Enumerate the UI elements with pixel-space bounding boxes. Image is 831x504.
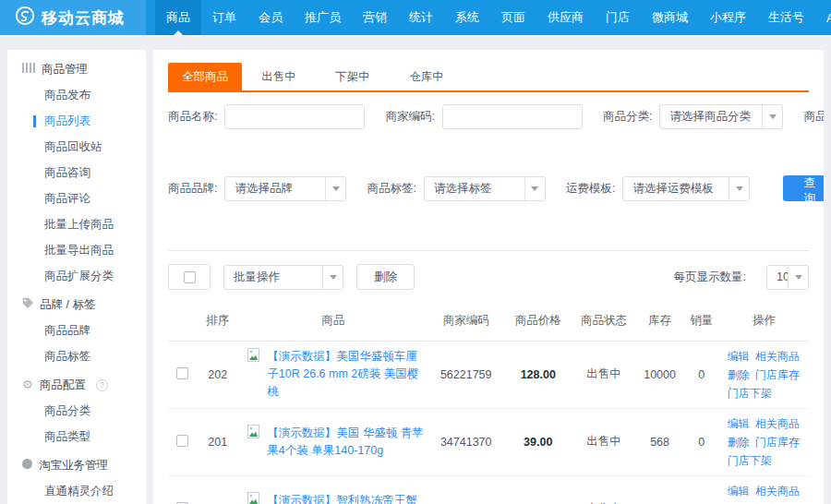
table-toolbar: 批量操作 删除 每页显示数量: 10	[168, 264, 809, 290]
sidebar-item-extended-category[interactable]: 商品扩展分类	[7, 263, 146, 289]
nav-item-goods[interactable]: 商品	[155, 0, 201, 35]
col-header-5: 商品状态	[572, 302, 635, 341]
filter-kind: 商品种类:请选择	[803, 104, 824, 129]
sidebar-item-bulk-export[interactable]: 批量导出商品	[7, 237, 146, 263]
sidebar-section-title: 商品管理	[42, 56, 88, 82]
action-link-1[interactable]: 编辑	[728, 347, 750, 366]
goods-name-link[interactable]: 【演示数据】美国华盛顿车厘子10R 26.6 mm 2磅装 美国樱桃	[267, 348, 426, 401]
sidebar-item-goods-list[interactable]: 商品列表	[7, 108, 146, 134]
brand-value: 请选择品牌	[225, 177, 325, 200]
action-link-3[interactable]: 删除	[728, 433, 750, 451]
nav-item-stores[interactable]: 门店	[595, 0, 641, 35]
sidebar-item-goods-recycle[interactable]: 商品回收站	[7, 134, 146, 160]
tab-all[interactable]: 全部商品	[168, 63, 242, 90]
top-navbar: 移动云商城 商品订单会员推广员营销统计系统页面供应商门店微商城小程序生活号App…	[0, 0, 831, 35]
nav-item-system[interactable]: 系统	[444, 0, 490, 35]
search-button[interactable]: 查询	[783, 175, 824, 201]
table-row: 202【演示数据】美国华盛顿车厘子10R 26.6 mm 2磅装 美国樱桃562…	[168, 341, 809, 408]
help-icon[interactable]: ?	[96, 379, 108, 391]
row-checkbox[interactable]	[176, 435, 188, 447]
broken-image-icon	[247, 425, 259, 441]
sort-value: 200	[197, 475, 238, 504]
nav-item-members[interactable]: 会员	[247, 0, 294, 35]
sidebar-item-goods-publish[interactable]: 商品发布	[7, 82, 146, 108]
nav-item-app[interactable]: App	[815, 0, 831, 35]
filter-tag: 商品标签:请选择标签	[367, 176, 545, 201]
col-header-2: 商品	[238, 302, 428, 341]
tab-on-sale[interactable]: 出售中	[242, 63, 316, 90]
action-link-2[interactable]: 相关商品	[755, 347, 800, 366]
price-cell: 299.00	[504, 475, 572, 504]
col-header-1: 排序	[197, 302, 238, 341]
nav-item-micromall[interactable]: 微商城	[641, 0, 699, 35]
action-link-3[interactable]: 删除	[728, 366, 750, 384]
action-link-4[interactable]: 门店库存	[755, 433, 800, 451]
sidebar-item-bulk-upload[interactable]: 批量上传商品	[7, 211, 146, 237]
status-value: 出售中	[572, 408, 635, 475]
category-select[interactable]: 请选择商品分类	[659, 104, 783, 129]
stock-value: 200	[636, 475, 684, 504]
tab-off-shelf[interactable]: 下架中	[316, 63, 390, 90]
goods-name-link[interactable]: 【演示数据】美国 华盛顿 青苹果4个装 单果140-170g	[267, 425, 426, 460]
action-link-4[interactable]: 门店库存	[755, 500, 800, 504]
action-link-3[interactable]: 删除	[728, 500, 750, 504]
sidebar-item-zhitong-intro[interactable]: 直通精灵介绍	[7, 478, 146, 504]
tab-in-warehouse[interactable]: 仓库中	[390, 63, 464, 90]
per-page-select[interactable]: 10	[766, 265, 809, 290]
merchant-code-value: 45266530	[428, 475, 504, 504]
filter-label-merchant-code: 商家编码:	[385, 109, 434, 125]
sidebar-item-goods-type[interactable]: 商品类型	[7, 424, 146, 450]
sidebar-item-goods-tag[interactable]: 商品标签	[7, 343, 146, 369]
action-link-5[interactable]: 门店下架	[728, 451, 772, 470]
sidebar-item-goods-brand[interactable]: 商品品牌	[7, 318, 146, 343]
nav-item-promoters[interactable]: 推广员	[294, 0, 352, 35]
goods-name-link[interactable]: 【演示数据】智利熟冻帝王蟹1.2-1.4kg	[267, 492, 426, 504]
action-link-4[interactable]: 门店库存	[755, 366, 800, 384]
section-divider	[168, 250, 809, 251]
col-header-7: 销量	[684, 302, 719, 341]
goods-name-input[interactable]	[224, 104, 365, 129]
sort-value: 201	[197, 408, 238, 475]
table-row: 201【演示数据】美国 华盛顿 青苹果4个装 单果140-170g3474137…	[168, 408, 809, 475]
sidebar-section-brand-tag[interactable]: 品牌 / 标签	[7, 292, 146, 318]
sidebar-section-taobao-business[interactable]: 淘宝业务管理	[7, 452, 146, 478]
nav-item-lifeaccount[interactable]: 生活号	[757, 0, 815, 35]
select-all-checkbox[interactable]	[168, 264, 211, 290]
nav-item-miniprogram[interactable]: 小程序	[699, 0, 757, 35]
category-value: 请选择商品分类	[660, 105, 762, 128]
row-actions: 编辑相关商品删除门店库存门店下架	[719, 341, 809, 408]
sidebar-section-goods-config[interactable]: ⚙商品配置?	[7, 372, 146, 398]
nav-item-suppliers[interactable]: 供应商	[536, 0, 595, 35]
brand-select[interactable]: 请选择品牌	[224, 176, 346, 201]
action-link-1[interactable]: 编辑	[728, 482, 750, 500]
action-link-2[interactable]: 相关商品	[755, 414, 800, 433]
delete-button[interactable]: 删除	[356, 264, 415, 290]
per-page-value: 10	[767, 266, 788, 289]
gear-icon: ⚙	[22, 372, 33, 398]
filter-brand: 商品品牌:请选择品牌	[168, 176, 346, 201]
sidebar-item-goods-comments[interactable]: 商品评论	[7, 186, 146, 211]
app-logo[interactable]: 移动云商城	[0, 0, 146, 35]
sidebar-section-title: 淘宝业务管理	[39, 452, 108, 478]
sales-value: 0	[684, 408, 719, 475]
merchant-code-input[interactable]	[442, 104, 583, 129]
filter-category: 商品分类:请选择商品分类	[603, 104, 783, 129]
row-checkbox[interactable]	[176, 367, 188, 379]
filter-label-goods-name: 商品名称:	[168, 109, 217, 125]
shipping-select[interactable]: 请选择运费模板	[622, 176, 750, 201]
row-checkbox-cell	[168, 408, 197, 475]
tag-select[interactable]: 请选择标签	[424, 176, 546, 201]
nav-item-pages[interactable]: 页面	[490, 0, 536, 35]
action-link-1[interactable]: 编辑	[728, 414, 750, 433]
sidebar-item-goods-category[interactable]: 商品分类	[7, 398, 146, 424]
action-link-2[interactable]: 相关商品	[755, 482, 800, 500]
goods-table: 排序商品商家编码商品价格商品状态库存销量操作 202【演示数据】美国华盛顿车厘子…	[168, 302, 809, 504]
row-actions: 编辑相关商品删除门店库存门店下架	[719, 408, 809, 475]
action-link-5[interactable]: 门店下架	[728, 384, 772, 402]
bulk-action-select[interactable]: 批量操作	[223, 265, 343, 290]
nav-item-statistics[interactable]: 统计	[398, 0, 444, 35]
nav-item-orders[interactable]: 订单	[201, 0, 247, 35]
sidebar-section-goods-manage[interactable]: 商品管理	[7, 56, 146, 82]
sidebar-item-goods-inquiry[interactable]: 商品咨询	[7, 160, 146, 186]
nav-item-marketing[interactable]: 营销	[352, 0, 398, 35]
